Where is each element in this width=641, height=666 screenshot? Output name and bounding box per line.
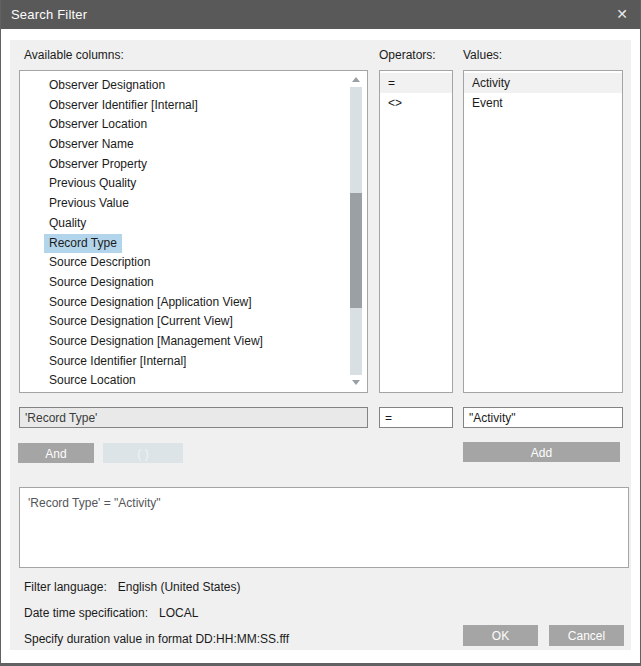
- list-item[interactable]: Source Designation [Management View]: [20, 332, 367, 352]
- operator-field[interactable]: [379, 407, 453, 428]
- available-columns-list: Observer DesignationObserver Identifier …: [19, 70, 368, 393]
- list-item[interactable]: Observer Designation: [20, 76, 367, 96]
- filter-language-row: Filter language:English (United States): [24, 580, 240, 594]
- list-item-label: Observer Property: [44, 155, 152, 174]
- list-item-label: Activity: [472, 76, 510, 90]
- filter-expression-box[interactable]: [19, 487, 629, 568]
- values-label: Values:: [463, 48, 502, 62]
- list-item-label: Quality: [44, 214, 91, 233]
- list-item-label: Previous Quality: [44, 174, 141, 193]
- list-item-label: Source Identifier [Internal]: [44, 352, 191, 371]
- date-time-value: LOCAL: [159, 606, 198, 620]
- list-item[interactable]: Source Designation: [20, 273, 367, 293]
- values-list: ActivityEvent: [463, 70, 623, 393]
- list-item-label: Observer Identifier [Internal]: [44, 96, 203, 115]
- triangle-up-icon: [352, 77, 360, 82]
- list-item[interactable]: Observer Property: [20, 155, 367, 175]
- list-item[interactable]: <>: [380, 93, 452, 113]
- titlebar: Search Filter ✕: [0, 0, 641, 29]
- list-item-label: Source Description: [44, 253, 155, 272]
- operators-label: Operators:: [379, 48, 436, 62]
- list-item[interactable]: Quality: [20, 214, 367, 234]
- columns-list-scrollbar[interactable]: [350, 71, 362, 390]
- search-filter-dialog: Search Filter ✕ Available columns: Opera…: [0, 0, 641, 666]
- add-button[interactable]: Add: [463, 442, 620, 462]
- triangle-down-icon: [352, 380, 360, 385]
- date-time-label: Date time specification:: [24, 606, 148, 620]
- list-item[interactable]: Source Location: [20, 371, 367, 391]
- list-item[interactable]: Source Description: [20, 253, 367, 273]
- list-item-label: Previous Value: [44, 194, 134, 213]
- list-item[interactable]: =: [380, 73, 452, 93]
- list-item-label: Source Designation [Current View]: [44, 312, 238, 331]
- filter-language-label: Filter language:: [24, 580, 107, 594]
- list-item-label: Observer Location: [44, 115, 152, 134]
- scroll-up-button[interactable]: [350, 71, 362, 86]
- date-time-row: Date time specification:LOCAL: [24, 606, 198, 620]
- list-item-label: Source Designation: [44, 273, 159, 292]
- duration-note: Specify duration value in format DD:HH:M…: [24, 632, 289, 646]
- list-item[interactable]: Previous Quality: [20, 174, 367, 194]
- scrollbar-track[interactable]: [350, 87, 362, 375]
- list-item[interactable]: Source Designation [Current View]: [20, 312, 367, 332]
- operators-list: =<>: [379, 70, 453, 393]
- parentheses-button[interactable]: ( ): [103, 443, 183, 463]
- list-item-label: Source Designation [Management View]: [44, 332, 268, 351]
- ok-button[interactable]: OK: [463, 625, 538, 646]
- list-item-label: Observer Name: [44, 135, 139, 154]
- cancel-button[interactable]: Cancel: [549, 625, 624, 646]
- column-field[interactable]: [19, 407, 368, 428]
- list-item-label: Observer Designation: [44, 76, 170, 95]
- list-item-label: =: [388, 76, 395, 90]
- list-item-label: Event: [472, 96, 503, 110]
- list-item[interactable]: Record Type: [20, 234, 367, 254]
- list-item[interactable]: Observer Location: [20, 115, 367, 135]
- list-item-label: Source Designation [Application View]: [44, 293, 257, 312]
- window-title: Search Filter: [11, 7, 87, 22]
- filter-language-value: English (United States): [118, 580, 241, 594]
- and-button[interactable]: And: [18, 443, 94, 463]
- list-item[interactable]: Source Designation [Application View]: [20, 293, 367, 313]
- scrollbar-thumb[interactable]: [350, 193, 362, 308]
- available-columns-label: Available columns:: [24, 48, 124, 62]
- list-item[interactable]: Source Identifier [Internal]: [20, 352, 367, 372]
- scroll-down-button[interactable]: [350, 375, 362, 390]
- list-item[interactable]: Previous Value: [20, 194, 367, 214]
- list-item[interactable]: Activity: [464, 73, 622, 93]
- list-item[interactable]: Observer Name: [20, 135, 367, 155]
- list-item-label: <>: [388, 96, 402, 110]
- list-item-label: Source Location: [44, 371, 141, 390]
- close-icon[interactable]: ✕: [616, 6, 628, 22]
- list-item[interactable]: Event: [464, 93, 622, 113]
- list-item-label: Record Type: [44, 234, 122, 253]
- list-item[interactable]: Observer Identifier [Internal]: [20, 96, 367, 116]
- value-field[interactable]: [463, 407, 623, 428]
